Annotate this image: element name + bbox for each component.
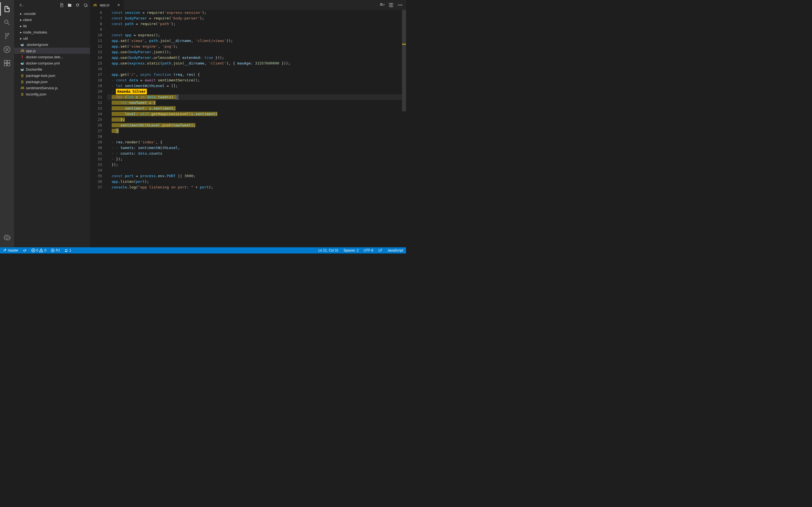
activity-bar: [0, 0, 14, 247]
refresh-icon[interactable]: [75, 3, 80, 7]
file-docker-compose[interactable]: 🐋docker-compose.yml: [14, 60, 90, 66]
find-replace-icon[interactable]: [379, 3, 385, 8]
file-sentiment-service[interactable]: JSsentimentService.js: [14, 85, 90, 91]
svg-point-8: [66, 249, 67, 250]
explorer-icon[interactable]: [0, 2, 14, 16]
tab-label: app.js: [100, 3, 109, 7]
problems[interactable]: 0 0: [31, 247, 47, 253]
new-folder-icon[interactable]: [67, 3, 72, 7]
indentation[interactable]: Spaces: 2: [343, 248, 359, 252]
minimap[interactable]: [402, 10, 406, 247]
language-mode[interactable]: JavaScript: [387, 248, 404, 252]
file-dockerignore[interactable]: 🐋.dockerignore: [14, 41, 90, 48]
folder-client[interactable]: ▸client: [14, 17, 90, 23]
file-docker-compose-debug[interactable]: ❗docker-compose.deb...: [14, 54, 90, 60]
sidebar-title: E...: [20, 3, 59, 7]
live-share[interactable]: PJ: [50, 247, 60, 253]
svg-point-2: [400, 4, 400, 5]
cursor-position[interactable]: Ln 21, Col 31: [318, 248, 339, 252]
svg-point-1: [398, 4, 399, 5]
close-icon[interactable]: ×: [116, 3, 121, 7]
debug-icon[interactable]: [0, 43, 14, 56]
source-control-icon[interactable]: [0, 29, 14, 43]
js-file-icon: JS: [93, 3, 97, 7]
code-content[interactable]: const session = require('express-session…: [107, 10, 406, 247]
status-bar: master 0 0 PJ 1 Ln 21, Col 31 Spaces: 2 …: [0, 247, 406, 253]
file-package-lock[interactable]: {}package-lock.json: [14, 72, 90, 78]
search-icon[interactable]: [0, 16, 14, 29]
file-app-js[interactable]: JSapp.js: [14, 48, 90, 54]
svg-point-6: [52, 250, 53, 251]
tab-app-js[interactable]: JS app.js ×: [90, 0, 124, 10]
more-actions-icon[interactable]: [398, 3, 403, 8]
file-dockerfile[interactable]: 🐋Dockerfile: [14, 66, 90, 72]
extensions-icon[interactable]: [0, 56, 14, 70]
folder-util[interactable]: ▸util: [14, 35, 90, 41]
sync-icon[interactable]: [22, 247, 28, 253]
folder-vscode[interactable]: ▸.vscode: [14, 10, 90, 17]
file-package-json[interactable]: {}package.json: [14, 78, 90, 85]
code-editor[interactable]: 6789101112131415161718192021222324252627…: [90, 10, 406, 247]
split-editor-icon[interactable]: [389, 3, 394, 8]
collapse-all-icon[interactable]: [83, 3, 88, 7]
encoding[interactable]: UTF-8: [363, 248, 374, 252]
svg-point-7: [65, 249, 66, 250]
git-branch[interactable]: master: [2, 247, 19, 253]
sidebar: E... ▸.vscode ▸client ▸lib ▸node_modules…: [14, 0, 90, 247]
sidebar-header: E...: [14, 0, 90, 10]
new-file-icon[interactable]: [59, 3, 64, 7]
participants[interactable]: 1: [64, 247, 72, 253]
tab-bar: JS app.js ×: [90, 0, 406, 10]
file-tree: ▸.vscode ▸client ▸lib ▸node_modules ▸uti…: [14, 10, 90, 98]
eol[interactable]: LF: [378, 248, 383, 252]
folder-lib[interactable]: ▸lib: [14, 23, 90, 29]
line-numbers: 6789101112131415161718192021222324252627…: [90, 10, 107, 247]
file-tsconfig[interactable]: {}tsconfig.json: [14, 91, 90, 97]
svg-point-3: [401, 4, 402, 5]
editor-area: JS app.js × 6789101112131415161718192021…: [90, 0, 406, 247]
folder-node-modules[interactable]: ▸node_modules: [14, 29, 90, 35]
settings-gear-icon[interactable]: [0, 231, 14, 244]
